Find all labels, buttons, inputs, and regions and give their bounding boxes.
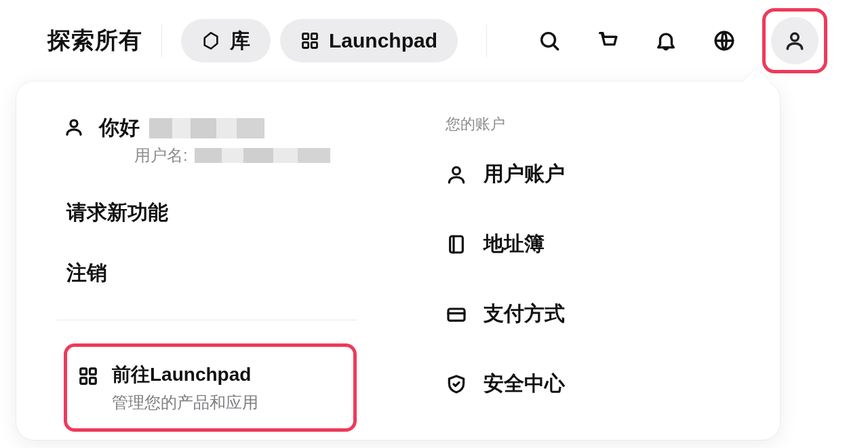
grid-icon [300,31,319,50]
launchpad-pill[interactable]: Launchpad [280,19,458,62]
svg-rect-13 [90,378,96,384]
svg-rect-3 [311,42,317,48]
svg-point-9 [71,120,77,127]
account-item-label: 地址簿 [484,230,545,258]
logout-link[interactable]: 注销 [64,259,357,287]
account-item-addressbook[interactable]: 地址簿 [446,230,739,258]
card-icon [446,303,467,325]
svg-rect-0 [303,34,309,39]
svg-point-8 [791,33,799,41]
svg-rect-10 [81,369,87,375]
account-dropdown: 你好 用户名: 请求新功能 注销 前往Launchpad 管理您的产品和应用 您… [16,81,780,440]
cart-icon [596,29,619,52]
svg-point-14 [453,167,460,174]
account-item-security[interactable]: 安全中心 [446,370,739,398]
username-label: 用户名: [134,145,188,166]
language-button[interactable] [705,22,743,60]
notifications-button[interactable] [647,22,685,60]
globe-icon [713,29,736,52]
svg-rect-17 [448,309,465,320]
goto-launchpad-title: 前往Launchpad [112,362,258,388]
greeting-row: 你好 用户名: [64,114,357,166]
account-item-user[interactable]: 用户账户 [446,160,739,188]
user-icon [64,117,84,137]
library-pill[interactable]: 库 [181,19,271,62]
svg-rect-15 [450,236,463,253]
user-icon [446,164,467,185]
svg-rect-11 [90,369,96,375]
search-icon [538,29,561,52]
bell-icon [654,29,677,52]
hexagon-icon [201,31,220,50]
library-pill-label: 库 [230,27,250,55]
greeting-name-redacted [149,118,264,138]
account-item-payment[interactable]: 支付方式 [446,300,739,328]
request-feature-link[interactable]: 请求新功能 [64,199,357,227]
goto-launchpad-subtitle: 管理您的产品和应用 [112,392,258,413]
svg-rect-12 [81,378,87,384]
account-item-label: 用户账户 [484,160,565,188]
avatar-button[interactable] [771,17,818,64]
divider [486,24,487,57]
topbar: 探索所有 库 Launchpad [0,0,868,81]
grid-icon [78,366,98,386]
user-icon [784,30,806,52]
username-value-redacted [195,148,330,163]
account-item-label: 安全中心 [484,370,565,398]
launchpad-pill-label: Launchpad [329,29,437,52]
goto-launchpad-button[interactable]: 前往Launchpad 管理您的产品和应用 [64,343,357,432]
cart-button[interactable] [589,22,627,60]
search-button[interactable] [530,22,568,60]
book-icon [446,234,467,255]
divider [161,24,162,57]
dropdown-left-col: 你好 用户名: 请求新功能 注销 前往Launchpad 管理您的产品和应用 [16,81,398,440]
dropdown-right-col: 您的账户 用户账户 地址簿 支付方式 安全中心 [398,81,780,440]
shield-icon [446,373,467,395]
svg-line-5 [553,45,558,50]
account-item-label: 支付方式 [484,300,565,328]
svg-rect-1 [311,34,317,39]
account-section-label: 您的账户 [446,114,739,134]
greeting-prefix: 你好 [99,114,140,142]
svg-rect-2 [303,42,309,48]
divider [57,320,357,320]
explore-all-heading: 探索所有 [47,25,142,56]
avatar-button-highlight [762,8,827,73]
